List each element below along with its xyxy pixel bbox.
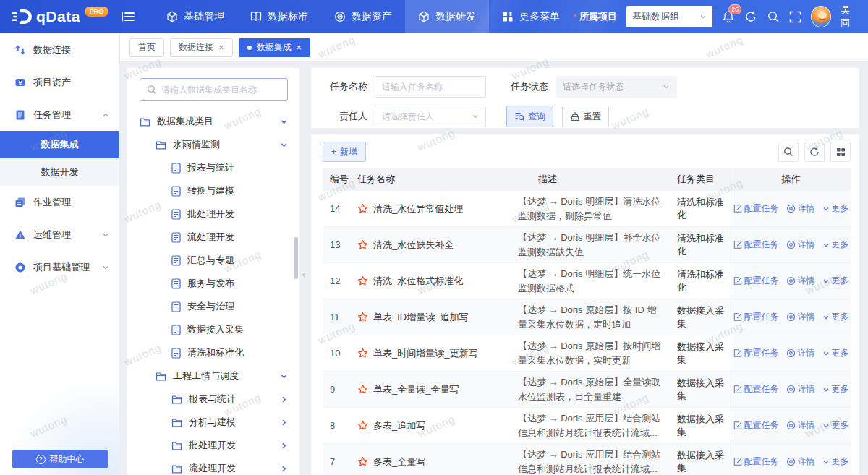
sidebar-subitem-data-dev[interactable]: 数据开发 <box>0 158 119 186</box>
chevron-down-icon[interactable] <box>280 372 288 380</box>
more-link[interactable]: 更多 <box>822 419 849 432</box>
chevron-right-icon[interactable] <box>280 395 288 403</box>
sidebar-subitem-data-integration[interactable]: 数据集成 <box>0 131 119 158</box>
chevron-down-icon[interactable] <box>102 231 109 239</box>
more-link[interactable]: 更多 <box>822 347 849 359</box>
detail-link[interactable]: 详情 <box>786 311 815 323</box>
more-link[interactable]: 更多 <box>822 275 849 287</box>
detail-link[interactable]: 详情 <box>786 347 815 359</box>
tree-node[interactable]: 批处理开发 <box>127 202 299 226</box>
notification-bell-icon[interactable]: 26 <box>722 10 735 23</box>
tab-home[interactable]: 首页 <box>129 38 164 57</box>
task-name-text[interactable]: 清洗_水位格式标准化 <box>373 275 463 288</box>
tree-node[interactable]: 分析与建模 <box>127 411 299 434</box>
detail-link[interactable]: 详情 <box>786 419 815 432</box>
detail-link[interactable]: 详情 <box>786 455 815 468</box>
configure-task-link[interactable]: 配置任务 <box>733 383 779 395</box>
configure-task-link[interactable]: 配置任务 <box>733 455 779 468</box>
tree-node[interactable]: 报表与统计 <box>127 388 299 411</box>
more-link[interactable]: 更多 <box>822 311 849 323</box>
favorite-star-icon[interactable] <box>357 456 368 467</box>
task-name-text[interactable]: 单表_全量读_全量写 <box>373 383 459 396</box>
tree-node[interactable]: 水雨情监测 <box>127 133 299 156</box>
chevron-down-icon[interactable] <box>280 141 288 149</box>
fullscreen-icon[interactable] <box>789 11 801 23</box>
menu-toggle-icon[interactable] <box>122 11 135 22</box>
task-name-text[interactable]: 多表_全量写 <box>373 455 425 468</box>
detail-link[interactable]: 详情 <box>786 383 815 395</box>
table-search-icon[interactable] <box>778 142 799 162</box>
favorite-star-icon[interactable] <box>357 348 368 359</box>
favorite-star-icon[interactable] <box>357 312 368 322</box>
sidebar-item-task-manage[interactable]: 任务管理 <box>0 98 119 131</box>
task-name-text[interactable]: 清洗_水位异常值处理 <box>373 202 463 215</box>
help-center-button[interactable]: ? 帮助中心 <box>12 450 108 468</box>
nav-item-data-dev[interactable]: 数据研发 <box>405 0 489 33</box>
tree-node[interactable]: 汇总与专题 <box>127 249 299 272</box>
tree-node[interactable]: 批处理开发 <box>127 434 299 457</box>
table-refresh-icon[interactable] <box>804 142 825 162</box>
sidebar-item-data-connect[interactable]: 数据连接 <box>0 33 119 66</box>
favorite-star-icon[interactable] <box>357 384 368 395</box>
tree-node[interactable]: 服务与发布 <box>127 272 299 295</box>
tab-data-connect[interactable]: 数据连接 × <box>170 38 233 57</box>
detail-link[interactable]: 详情 <box>786 239 815 251</box>
tree-node[interactable]: 工程工情与调度 <box>127 364 299 388</box>
configure-task-link[interactable]: 配置任务 <box>733 311 779 323</box>
tab-data-integration[interactable]: 数据集成 × <box>239 38 311 57</box>
more-link[interactable]: 更多 <box>822 383 849 395</box>
task-name-text[interactable]: 单表_ID增量读_追加写 <box>373 311 468 324</box>
column-settings-icon[interactable] <box>830 142 851 162</box>
sidebar-item-project-base[interactable]: 项目基础管理 <box>0 251 119 283</box>
tree-node[interactable]: 流处理开发 <box>127 226 299 249</box>
tree-search-input[interactable] <box>161 85 281 95</box>
avatar[interactable] <box>811 6 831 27</box>
nav-item-data-asset[interactable]: 数据资产 <box>321 0 405 33</box>
chevron-down-icon[interactable] <box>280 118 288 126</box>
tree-node[interactable]: 安全与治理 <box>127 295 299 318</box>
task-name-text[interactable]: 清洗_水位缺失补全 <box>373 239 454 252</box>
refresh-icon[interactable] <box>744 10 757 23</box>
configure-task-link[interactable]: 配置任务 <box>733 239 779 251</box>
query-button[interactable]: 查询 <box>506 106 553 127</box>
favorite-star-icon[interactable] <box>357 420 368 431</box>
task-name-input[interactable] <box>382 82 479 92</box>
sidebar-item-project-asset[interactable]: 项目资产 <box>0 66 119 98</box>
search-icon[interactable] <box>767 10 780 23</box>
favorite-star-icon[interactable] <box>357 275 368 286</box>
favorite-star-icon[interactable] <box>357 203 368 214</box>
tree-node[interactable]: 数据接入采集 <box>127 318 299 341</box>
chevron-right-icon[interactable] <box>280 442 288 450</box>
tree-scrollbar[interactable] <box>294 237 298 279</box>
project-select[interactable]: 基础数据组 <box>626 6 712 27</box>
nav-item-data-standard[interactable]: 数据标准 <box>237 0 321 33</box>
more-link[interactable]: 更多 <box>822 455 849 468</box>
chevron-right-icon[interactable] <box>280 419 288 427</box>
more-link[interactable]: 更多 <box>822 239 849 251</box>
sidebar-item-job-manage[interactable]: 作业管理 <box>0 186 119 218</box>
detail-link[interactable]: 详情 <box>786 202 815 215</box>
task-name-text[interactable]: 单表_时间增量读_更新写 <box>373 347 477 360</box>
detail-link[interactable]: 详情 <box>786 275 815 287</box>
nav-item-base-manage[interactable]: 基础管理 <box>153 0 237 33</box>
favorite-star-icon[interactable] <box>357 239 368 250</box>
chevron-up-icon[interactable] <box>102 111 109 119</box>
tree-node[interactable]: 转换与建模 <box>127 179 299 202</box>
configure-task-link[interactable]: 配置任务 <box>733 202 779 215</box>
reset-button[interactable]: 重置 <box>562 106 609 127</box>
nav-item-more-menu[interactable]: 更多菜单 <box>489 0 573 33</box>
close-icon[interactable]: × <box>218 43 224 52</box>
logo[interactable]: qData PRO <box>0 8 114 25</box>
tree-node[interactable]: 报表与统计 <box>127 156 299 179</box>
close-icon[interactable]: × <box>297 43 302 52</box>
tree-node[interactable]: 数据集成类目 <box>127 110 299 133</box>
tree-node[interactable]: 流处理开发 <box>127 457 299 475</box>
chevron-down-icon[interactable] <box>102 264 109 271</box>
task-status-select[interactable]: 请选择任务状态 <box>556 76 677 98</box>
sidebar-item-ops-manage[interactable]: 运维管理 <box>0 218 119 251</box>
panel-collapse-icon[interactable]: ‹ <box>302 268 306 281</box>
configure-task-link[interactable]: 配置任务 <box>733 347 779 359</box>
owner-select[interactable]: 请选择责任人 <box>375 106 486 127</box>
task-name-text[interactable]: 多表_追加写 <box>373 419 425 432</box>
configure-task-link[interactable]: 配置任务 <box>733 275 779 287</box>
